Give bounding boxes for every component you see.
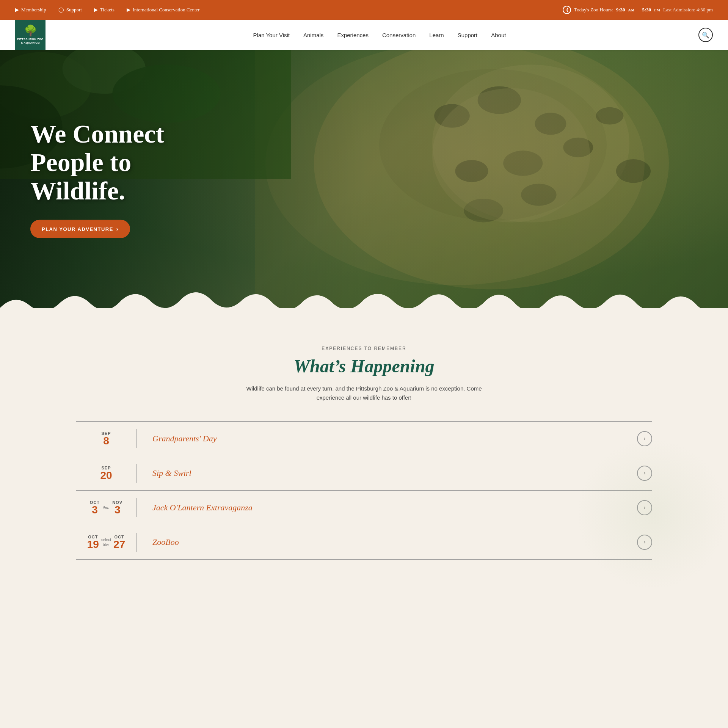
conservation-center-link[interactable]: ▶ International Conservation Center	[127, 7, 200, 13]
tickets-label: Tickets	[100, 7, 115, 13]
membership-icon: ▶	[15, 7, 19, 13]
hero-cta-button[interactable]: PLAN YOUR ADVENTURE ›	[30, 220, 130, 238]
tickets-icon: ▶	[94, 7, 98, 13]
hero-section: We Connect People to Wildlife. PLAN YOUR…	[0, 50, 728, 308]
hours-open: 9:30	[616, 7, 625, 13]
arrow-right-icon: ›	[644, 470, 646, 476]
zoo-hours: Today's Zoo Hours: 9:30 AM - 5:30 PM Las…	[563, 6, 713, 14]
hours-am: AM	[628, 8, 635, 12]
date-end: NOV 3	[112, 500, 122, 515]
event-divider	[136, 498, 137, 517]
top-bar-links: ▶ Membership ◯ Support ▶ Tickets ▶ Inter…	[15, 7, 200, 13]
support-link[interactable]: ◯ Support	[58, 7, 82, 13]
select-btw-label: select btw.	[101, 537, 111, 547]
event-arrow-button[interactable]: ›	[637, 535, 652, 550]
main-nav: 🌳 PITTSBURGH ZOO & AQUARIUM Plan Your Vi…	[0, 20, 728, 50]
event-date-range: OCT 19 select btw. OCT 27	[76, 535, 136, 550]
nav-about[interactable]: About	[491, 32, 506, 38]
last-admission: Last Admission: 4:30 pm	[663, 7, 713, 13]
hours-label: Today's Zoo Hours:	[574, 7, 613, 13]
hero-cta-label: PLAN YOUR ADVENTURE	[42, 226, 113, 232]
event-day-start: 19	[87, 539, 99, 550]
event-divider	[136, 429, 137, 448]
nav-experiences[interactable]: Experiences	[337, 32, 369, 38]
torn-edge	[0, 285, 728, 323]
event-arrow-button[interactable]: ›	[637, 500, 652, 515]
event-name[interactable]: Grandparents' Day	[152, 434, 629, 444]
event-divider	[136, 464, 137, 483]
event-day-end: 27	[113, 539, 125, 550]
logo-text: PITTSBURGH ZOO & AQUARIUM	[17, 38, 44, 44]
event-name[interactable]: Jack O'Lantern Extravaganza	[152, 503, 629, 513]
section-eyebrow: EXPERIENCES TO REMEMBER	[76, 346, 652, 351]
support-icon: ◯	[58, 7, 64, 13]
arrow-right-icon: ›	[644, 539, 646, 545]
logo-box: 🌳 PITTSBURGH ZOO & AQUARIUM	[15, 20, 46, 50]
hours-pm: PM	[654, 8, 660, 12]
logo[interactable]: 🌳 PITTSBURGH ZOO & AQUARIUM	[15, 20, 46, 50]
top-bar: ▶ Membership ◯ Support ▶ Tickets ▶ Inter…	[0, 0, 728, 20]
event-arrow-button[interactable]: ›	[637, 466, 652, 481]
whats-happening-section: EXPERIENCES TO REMEMBER What’s Happening…	[0, 323, 728, 590]
nav-animals[interactable]: Animals	[303, 32, 323, 38]
logo-tree-icon: 🌳	[24, 25, 37, 36]
date-start: OCT 19	[87, 535, 99, 550]
conservation-center-label: International Conservation Center	[133, 7, 200, 13]
search-button[interactable]: 🔍	[698, 28, 713, 42]
event-day-start: 3	[90, 505, 100, 515]
clock-icon	[563, 6, 571, 14]
nav-plan-your-visit[interactable]: Plan Your Visit	[253, 32, 290, 38]
event-date-range: OCT 3 thru NOV 3	[76, 500, 136, 515]
event-row: SEP 20 Sip & Swirl ›	[76, 456, 652, 491]
event-day-end: 3	[112, 505, 122, 515]
event-name[interactable]: ZooBoo	[152, 537, 629, 547]
thru-label: thru	[103, 506, 109, 510]
date-range-container: OCT 19 select btw. OCT 27	[76, 535, 136, 550]
event-day: 20	[76, 470, 136, 481]
hero-content: We Connect People to Wildlife. PLAN YOUR…	[30, 120, 220, 238]
event-name[interactable]: Sip & Swirl	[152, 468, 629, 478]
arrow-right-icon: ›	[644, 505, 646, 511]
chevron-right-icon: ›	[116, 226, 119, 232]
event-row: OCT 19 select btw. OCT 27 ZooBoo ›	[76, 525, 652, 560]
event-row: SEP 8 Grandparents' Day ›	[76, 422, 652, 456]
arrow-right-icon: ›	[644, 436, 646, 442]
event-arrow-button[interactable]: ›	[637, 431, 652, 446]
date-range-container: OCT 3 thru NOV 3	[76, 500, 136, 515]
hours-close: 5:30	[642, 7, 651, 13]
section-description: Wildlife can be found at every turn, and…	[243, 384, 485, 402]
support-label: Support	[66, 7, 82, 13]
membership-label: Membership	[21, 7, 46, 13]
nav-learn[interactable]: Learn	[429, 32, 444, 38]
date-start: OCT 3	[90, 500, 100, 515]
membership-link[interactable]: ▶ Membership	[15, 7, 46, 13]
date-end: OCT 27	[113, 535, 125, 550]
event-row: OCT 3 thru NOV 3 Jack O'Lantern Extravag…	[76, 491, 652, 525]
nav-support[interactable]: Support	[458, 32, 478, 38]
search-icon: 🔍	[702, 31, 709, 39]
events-list: SEP 8 Grandparents' Day › SEP 20 Sip & S…	[76, 421, 652, 560]
event-day: 8	[76, 436, 136, 446]
hero-title: We Connect People to Wildlife.	[30, 120, 220, 205]
tickets-link[interactable]: ▶ Tickets	[94, 7, 115, 13]
nav-links: Plan Your Visit Animals Experiences Cons…	[68, 32, 691, 38]
section-title: What’s Happening	[76, 356, 652, 377]
event-divider	[136, 533, 137, 552]
hours-sep: -	[637, 7, 639, 13]
conservation-center-icon: ▶	[127, 7, 130, 13]
event-date: SEP 8	[76, 431, 136, 446]
event-date: SEP 20	[76, 466, 136, 481]
nav-conservation[interactable]: Conservation	[382, 32, 416, 38]
